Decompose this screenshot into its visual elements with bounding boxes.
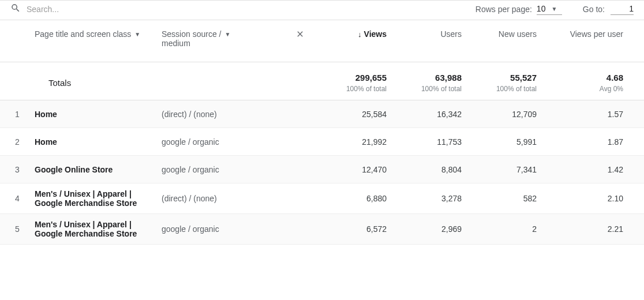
cell-views: 21,992 [312,137,387,147]
table-row[interactable]: 5Men's / Unisex | Apparel | Google Merch… [0,214,644,245]
cell-vpu: 2.10 [537,194,623,203]
totals-users: 63,988 100% of total [387,73,462,93]
cell-source-medium: (direct) / (none) [162,194,289,203]
cell-vpu: 1.57 [537,110,623,119]
header-new-users[interactable]: New users [462,29,537,39]
cell-new-users: 12,709 [462,110,537,119]
goto-label: Go to: [583,5,605,14]
cell-users: 8,804 [387,165,462,174]
cell-page-title: Men's / Unisex | Apparel | Google Mercha… [35,220,162,238]
totals-row: Totals 299,655 100% of total 63,988 100%… [0,62,644,100]
goto: Go to: [583,3,634,15]
totals-vpu: 4.68 Avg 0% [537,73,623,93]
row-index: 4 [0,194,35,203]
totals-new-users: 55,527 100% of total [462,73,537,93]
table-header-row: Page title and screen class ▼ Session so… [0,20,644,62]
caret-down-icon: ▼ [225,31,231,38]
header-new-users-label: New users [499,29,537,39]
cell-new-users: 2 [462,224,537,234]
report-table: Page title and screen class ▼ Session so… [0,20,644,245]
rows-per-page-value: 10 [537,4,546,13]
cell-vpu: 2.21 [537,224,623,234]
cell-new-users: 5,991 [462,137,537,147]
caret-down-icon: ▼ [134,31,140,38]
cell-source-medium: google / organic [162,224,289,234]
cell-users: 16,342 [387,110,462,119]
rows-per-page-select[interactable]: 10 ▼ [537,3,562,15]
row-index: 3 [0,165,35,174]
search-input[interactable] [27,5,153,14]
rows-per-page-label: Rows per page: [475,5,532,14]
cell-users: 2,969 [387,224,462,234]
cell-views: 6,880 [312,194,387,203]
cell-page-title: Home [35,137,162,147]
remove-dim2-button[interactable] [289,29,312,39]
search-icon [10,3,21,15]
cell-page-title: Google Online Store [35,165,162,174]
cell-vpu: 1.42 [537,165,623,174]
caret-down-icon: ▼ [551,6,557,12]
header-dim2-label-line1: Session source / [162,29,222,39]
header-dim2[interactable]: Session source / ▼ medium [162,29,289,48]
header-views-label: Views [364,29,387,39]
row-index: 5 [0,224,35,234]
arrow-down-icon: ↓ [358,30,362,39]
cell-views: 6,572 [312,224,387,234]
table-row[interactable]: 1Home(direct) / (none)25,58416,34212,709… [0,100,644,128]
cell-new-users: 582 [462,194,537,203]
totals-label: Totals [48,78,71,88]
header-users[interactable]: Users [387,29,462,39]
cell-page-title: Home [35,110,162,119]
cell-source-medium: google / organic [162,165,289,174]
table-row[interactable]: 3Google Online Storegoogle / organic12,4… [0,156,644,183]
rows-per-page: Rows per page: 10 ▼ [475,3,562,15]
cell-new-users: 7,341 [462,165,537,174]
cell-views: 12,470 [312,165,387,174]
header-views-per-user[interactable]: Views per user [537,29,623,39]
header-dim2-label-line2: medium [162,39,190,48]
table-body: 1Home(direct) / (none)25,58416,34212,709… [0,100,644,245]
goto-input[interactable] [611,3,634,15]
cell-page-title: Men's / Unisex | Apparel | Google Mercha… [35,189,162,208]
table-toolbar: Rows per page: 10 ▼ Go to: [0,0,644,20]
cell-users: 3,278 [387,194,462,203]
header-dim1-label: Page title and screen class [35,29,131,39]
search-field[interactable] [10,3,475,15]
row-index: 1 [0,110,35,119]
totals-views: 299,655 100% of total [312,73,387,93]
cell-views: 25,584 [312,110,387,119]
table-row[interactable]: 2Homegoogle / organic21,99211,7535,9911.… [0,128,644,156]
cell-vpu: 1.87 [537,137,623,147]
header-views[interactable]: ↓ Views [312,29,387,39]
header-users-label: Users [440,29,462,39]
cell-users: 11,753 [387,137,462,147]
cell-source-medium: (direct) / (none) [162,110,289,119]
cell-source-medium: google / organic [162,137,289,147]
totals-label-cell: Totals [35,78,162,88]
header-vpu-label: Views per user [570,29,623,39]
table-row[interactable]: 4Men's / Unisex | Apparel | Google Merch… [0,183,644,214]
row-index: 2 [0,137,35,147]
header-dim1[interactable]: Page title and screen class ▼ [35,29,162,39]
